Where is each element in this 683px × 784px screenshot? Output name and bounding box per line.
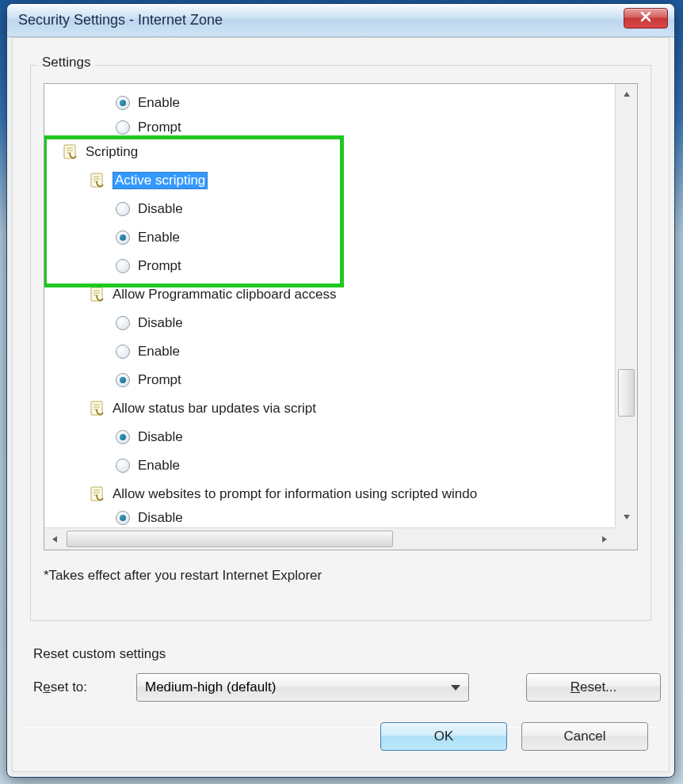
scroll-right-icon[interactable] (594, 528, 615, 550)
vscroll-thumb[interactable] (618, 369, 635, 417)
script-icon (89, 286, 108, 303)
option-label: Prompt (138, 372, 181, 388)
tree-radio-option[interactable]: Disable (44, 423, 615, 451)
item-label: Allow status bar updates via script (113, 401, 316, 417)
item-label: Allow websites to prompt for information… (113, 486, 477, 502)
tree-radio-option[interactable]: Disable (44, 309, 615, 337)
scroll-down-icon[interactable] (616, 507, 637, 527)
option-label: Disable (138, 429, 183, 445)
reset-button[interactable]: Reset... (526, 673, 661, 702)
tree-item[interactable]: Allow status bar updates via script (44, 394, 615, 423)
svg-rect-2 (91, 287, 102, 301)
desktop-background: Security Settings - Internet Zone Settin… (0, 0, 683, 784)
tree-radio-option[interactable]: Enable (44, 337, 615, 366)
option-label: Prompt (138, 120, 181, 135)
tree-radio-option[interactable]: Prompt (44, 117, 615, 138)
radio-icon[interactable] (116, 202, 130, 216)
option-label: Enable (138, 344, 180, 360)
dialog-window: Security Settings - Internet Zone Settin… (6, 3, 675, 778)
settings-groupbox: Settings EnablePromptScriptingActive scr… (30, 65, 651, 621)
settings-tree[interactable]: EnablePromptScriptingActive scriptingDis… (44, 83, 638, 550)
tree-radio-option[interactable]: Enable (44, 223, 615, 252)
option-label: Prompt (138, 258, 181, 274)
reset-section-label: Reset custom settings (33, 646, 166, 662)
cancel-button[interactable]: Cancel (521, 722, 648, 751)
radio-icon[interactable] (116, 459, 130, 473)
tree-radio-option[interactable]: Disable (44, 195, 615, 223)
script-icon (89, 172, 108, 189)
hscroll-thumb[interactable] (67, 531, 393, 547)
tree-radio-option[interactable]: Prompt (44, 366, 615, 394)
svg-rect-4 (91, 487, 102, 500)
tree-item[interactable]: Allow Programmatic clipboard access (44, 280, 615, 309)
item-label: Allow Programmatic clipboard access (113, 287, 337, 303)
radio-icon[interactable] (116, 96, 130, 110)
tree-section: Scripting (44, 138, 615, 166)
option-label: Disable (138, 510, 183, 526)
ok-button[interactable]: OK (380, 722, 507, 751)
radio-icon[interactable] (116, 430, 130, 444)
reset-level-combobox[interactable]: Medium-high (default) (136, 673, 469, 702)
reset-row: Reset to: Medium-high (default) Reset... (33, 672, 661, 703)
groupbox-label: Settings (37, 55, 95, 70)
tree-radio-option[interactable]: Enable (44, 451, 615, 480)
dialog-buttons: OK Cancel (380, 722, 648, 751)
reset-to-label: Reset to: (33, 679, 136, 695)
radio-icon[interactable] (116, 120, 130, 135)
radio-icon[interactable] (116, 373, 130, 387)
tree-radio-option[interactable]: Enable (44, 89, 615, 117)
radio-icon[interactable] (116, 230, 130, 245)
script-icon (89, 400, 108, 417)
radio-icon[interactable] (116, 344, 130, 359)
svg-rect-0 (64, 145, 75, 158)
svg-rect-3 (91, 402, 102, 415)
close-icon (639, 11, 652, 25)
radio-icon[interactable] (116, 511, 130, 525)
option-label: Enable (138, 458, 180, 474)
item-label: Active scripting (113, 172, 208, 189)
option-label: Disable (138, 201, 183, 217)
window-title: Security Settings - Internet Zone (18, 12, 624, 29)
scroll-up-icon[interactable] (616, 84, 637, 105)
tree-item[interactable]: Active scripting (44, 166, 615, 195)
tree-item[interactable]: Allow websites to prompt for information… (44, 480, 615, 508)
item-label: Scripting (86, 144, 138, 160)
restart-footnote: *Takes effect after you restart Internet… (44, 568, 322, 584)
tree-radio-option[interactable]: Prompt (44, 252, 615, 280)
script-icon (89, 485, 108, 503)
option-label: Disable (138, 315, 183, 331)
tree-viewport[interactable]: EnablePromptScriptingActive scriptingDis… (44, 84, 615, 527)
titlebar[interactable]: Security Settings - Internet Zone (7, 4, 674, 37)
option-label: Enable (138, 230, 180, 245)
vertical-scrollbar[interactable] (615, 84, 637, 527)
hscroll-track[interactable] (67, 531, 593, 547)
scroll-left-icon[interactable] (44, 528, 65, 550)
close-button[interactable] (624, 8, 668, 29)
svg-rect-1 (91, 173, 102, 187)
chevron-down-icon (451, 685, 460, 691)
scroll-corner (615, 527, 637, 550)
script-icon (62, 143, 81, 161)
radio-icon[interactable] (116, 316, 130, 330)
tree-radio-option[interactable]: Disable (44, 508, 615, 527)
client-area: Settings EnablePromptScriptingActive scr… (12, 37, 670, 772)
combo-value: Medium-high (default) (145, 679, 451, 695)
option-label: Enable (138, 95, 180, 111)
radio-icon[interactable] (116, 259, 130, 273)
horizontal-scrollbar[interactable] (44, 527, 615, 550)
